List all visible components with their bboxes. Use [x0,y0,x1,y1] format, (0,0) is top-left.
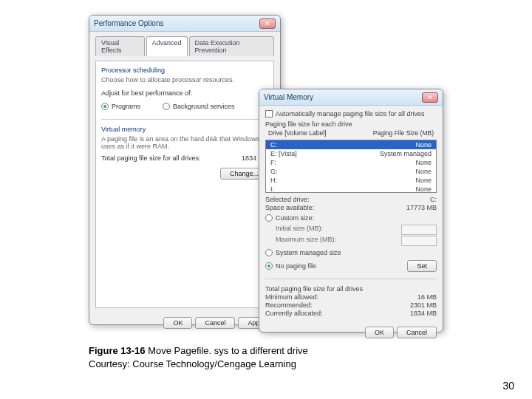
max-size-input[interactable] [401,236,437,246]
list-item[interactable]: I: None [266,185,436,193]
space-available-label: Space available: [265,204,314,211]
adjust-label: Adjust for best performance of: [101,89,268,97]
titlebar-perf: Performance Options ✕ [89,16,280,32]
radio-bg-label: Background services [173,103,235,110]
tabs: Visual Effects Advanced Data Execution P… [95,36,274,56]
set-button[interactable]: Set [407,260,437,272]
system-managed-label: System managed size [276,249,341,256]
list-item[interactable]: G: None [266,167,436,176]
radio-no-paging-file[interactable]: No paging file [265,262,316,270]
cancel-button[interactable]: Cancel [397,327,437,338]
selected-drive-label: Selected drive: [265,196,310,203]
tab-visual-effects[interactable]: Visual Effects [95,36,145,56]
virtual-memory-heading: Virtual memory [101,126,268,133]
recommended-label: Recommended: [265,301,313,309]
pf-size-label: Paging file size for each drive [265,120,437,128]
hdr-drive: Drive [Volume Label] [268,129,326,137]
titlebar-title: Virtual Memory [264,93,313,101]
figure-number: Figure 13-16 [89,345,146,356]
no-paging-label: No paging file [276,262,316,270]
processor-scheduling-desc: Choose how to allocate processor resourc… [101,76,268,83]
auto-manage-checkbox[interactable]: Automatically manage paging file size fo… [265,110,437,117]
list-item[interactable]: C: None [266,140,436,149]
titlebar-vm: Virtual Memory ✕ [259,89,443,106]
page-number: 30 [502,380,514,392]
custom-size-label: Custom size: [276,214,314,222]
checkbox-icon [265,110,273,117]
drive-list-header: Drive [Volume Label] Paging File Size (M… [265,128,437,138]
totals-heading: Total paging file size for all drives [265,285,437,293]
radio-background-services[interactable]: Background services [163,103,235,110]
max-size-label: Maximum size (MB): [276,236,336,246]
radio-icon [265,214,273,222]
space-available-value: 17773 MB [406,204,437,211]
currently-allocated-value: 1834 MB [410,310,437,317]
min-allowed-value: 16 MB [417,293,437,301]
list-item[interactable]: E: [Vista] System managed [266,149,436,158]
advanced-panel: Processor scheduling Choose how to alloc… [95,61,274,308]
close-icon[interactable]: ✕ [259,18,276,29]
virtual-memory-dialog: Virtual Memory ✕ Automatically manage pa… [259,89,443,332]
tab-dep[interactable]: Data Execution Prevention [189,36,274,56]
selected-drive-value: C: [430,196,437,203]
hdr-size: Paging File Size (MB) [373,129,434,137]
radio-custom-size[interactable]: Custom size: [265,214,437,222]
dialog-buttons: OK Cancel [259,322,443,343]
currently-allocated-label: Currently allocated: [265,310,323,317]
ok-button[interactable]: OK [163,317,192,329]
initial-size-label: Initial size (MB): [276,225,323,235]
radio-programs[interactable]: Programs [101,103,140,110]
dialog-buttons: OK Cancel Apply [89,313,280,333]
recommended-value: 2301 MB [410,301,437,309]
min-allowed-label: Minimum allowed: [265,293,318,301]
figure-area: Performance Options ✕ Visual Effects Adv… [89,15,458,340]
list-item[interactable]: H: None [266,176,436,185]
tab-advanced[interactable]: Advanced [146,36,188,56]
radio-programs-label: Programs [112,103,140,110]
radio-icon [265,262,273,270]
virtual-memory-desc: A paging file is an area on the hard dis… [101,135,268,150]
list-item[interactable]: F: None [266,158,436,167]
processor-scheduling-heading: Processor scheduling [101,66,268,74]
auto-manage-label: Automatically manage paging file size fo… [276,110,425,117]
total-pf-label: Total paging file size for all drives: [101,154,201,162]
radio-icon [101,103,109,110]
figure-title: Move Pagefile. sys to a different drive [146,345,308,356]
performance-options-dialog: Performance Options ✕ Visual Effects Adv… [89,15,281,325]
titlebar-title: Performance Options [94,19,164,27]
drive-list[interactable]: C: None E: [Vista] System managed F: Non… [265,140,437,193]
initial-size-input[interactable] [401,225,437,235]
close-icon[interactable]: ✕ [422,92,438,103]
cancel-button[interactable]: Cancel [195,317,235,329]
radio-icon [265,249,273,256]
radio-icon [163,103,170,110]
figure-caption: Figure 13-16 Move Pagefile. sys to a dif… [89,344,414,370]
radio-system-managed[interactable]: System managed size [265,249,437,256]
figure-credit: Courtesy: Course Technology/Cengage Lear… [89,358,296,369]
ok-button[interactable]: OK [365,327,394,338]
